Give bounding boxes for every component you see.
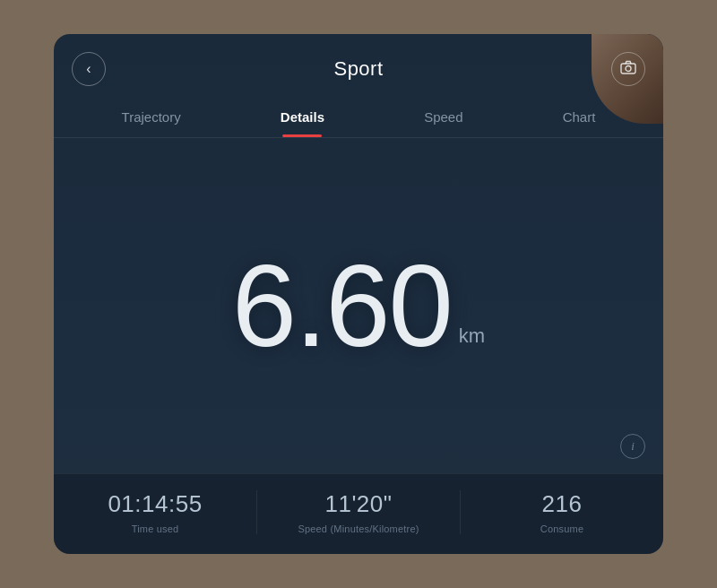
tab-trajectory[interactable]: Trajectory <box>111 100 192 137</box>
info-button[interactable]: i <box>620 434 645 459</box>
stat-consume-value: 216 <box>542 490 583 518</box>
back-icon: ‹ <box>86 61 91 77</box>
back-button[interactable]: ‹ <box>72 52 106 86</box>
app-container: ‹ Sport Trajectory Details Speed <box>54 34 663 554</box>
stat-speed-value: 11'20" <box>324 490 392 518</box>
tab-speed[interactable]: Speed <box>413 100 473 137</box>
svg-rect-0 <box>621 64 635 74</box>
camera-icon <box>620 60 636 78</box>
stat-time-value: 01:14:55 <box>108 490 202 518</box>
stat-consume-label: Consume <box>540 523 583 534</box>
tab-chart[interactable]: Chart <box>552 100 607 137</box>
camera-button[interactable] <box>611 52 645 86</box>
page-title: Sport <box>333 57 383 81</box>
stat-time: 01:14:55 Time used <box>54 490 257 534</box>
tabs-bar: Trajectory Details Speed Chart <box>54 100 663 138</box>
metric-area: 6.60 km i <box>54 138 663 473</box>
main-metric-value: 6.60 <box>232 247 452 364</box>
stat-consume: 216 Consume <box>461 490 663 534</box>
stat-speed-label: Speed (Minutes/Kilometre) <box>298 523 419 534</box>
svg-point-1 <box>626 66 631 72</box>
stat-speed: 11'20" Speed (Minutes/Kilometre) <box>257 490 461 534</box>
header-actions <box>611 52 645 86</box>
main-metric-container: 6.60 km <box>232 247 485 364</box>
main-metric-unit: km <box>459 324 485 348</box>
header: ‹ Sport <box>54 34 663 100</box>
stat-time-label: Time used <box>132 523 179 534</box>
stats-area: 01:14:55 Time used 11'20" Speed (Minutes… <box>54 473 663 554</box>
tab-details[interactable]: Details <box>270 100 335 137</box>
